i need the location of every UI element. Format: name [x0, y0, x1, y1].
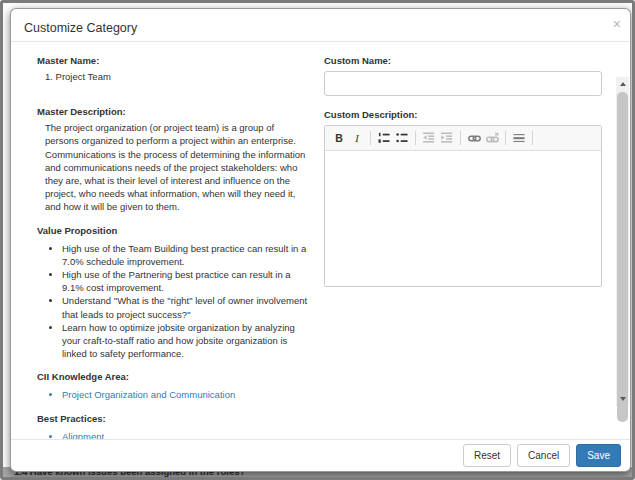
indent-icon	[441, 132, 453, 144]
unordered-list-button[interactable]	[393, 129, 411, 147]
close-icon[interactable]: ×	[613, 17, 621, 31]
scrollbar-thumb[interactable]	[617, 92, 628, 422]
outdent-icon	[423, 132, 435, 144]
link-button[interactable]	[465, 129, 483, 147]
ordered-list-button[interactable]	[375, 129, 393, 147]
list-item: Understand "What is the "right" level of…	[62, 294, 309, 320]
link-icon	[468, 132, 481, 145]
toolbar-separator	[415, 131, 416, 145]
scroll-up-arrow[interactable]	[616, 77, 629, 91]
cii-knowledge-area-label: CII Knowledge Area:	[37, 370, 309, 383]
unlink-button[interactable]	[483, 129, 501, 147]
scroll-down-arrow[interactable]	[616, 392, 629, 406]
custom-name-label: Custom Name:	[324, 54, 602, 67]
unordered-list-icon	[396, 132, 408, 144]
toolbar-separator	[460, 131, 461, 145]
reset-button[interactable]: Reset	[463, 444, 511, 467]
browser-frame: 1.4 Have known issues been assigned in t…	[0, 0, 635, 480]
master-name-value: 1. Project Team	[37, 70, 309, 83]
master-description-text: The project organization (or project tea…	[37, 121, 309, 213]
cancel-button[interactable]: Cancel	[517, 444, 570, 467]
toolbar-separator	[505, 131, 506, 145]
toolbar-separator	[532, 131, 533, 145]
best-practice-link-alignment[interactable]: Alignment	[62, 431, 104, 439]
save-button[interactable]: Save	[576, 444, 621, 467]
arrow-down-icon	[620, 397, 626, 401]
best-practices-list: Alignment Team Building	[37, 430, 309, 439]
unlink-icon	[486, 132, 499, 145]
value-proposition-list: High use of the Team Building best pract…	[37, 242, 309, 361]
knowledge-area-link[interactable]: Project Organization and Communication	[62, 389, 235, 400]
dialog-header: Customize Category ×	[11, 9, 630, 42]
italic-icon: I	[355, 133, 359, 144]
rich-text-editor: B I	[324, 125, 602, 287]
list-item: Learn how to optimize jobsite organizati…	[62, 321, 309, 361]
custom-description-label: Custom Description:	[324, 108, 602, 121]
list-item: High use of the Team Building best pract…	[62, 242, 309, 268]
custom-name-input[interactable]	[324, 71, 602, 96]
outdent-button[interactable]	[420, 129, 438, 147]
customize-category-dialog: Customize Category × Master Name: 1. Pro…	[10, 8, 631, 472]
master-info-panel: Master Name: 1. Project Team Master Desc…	[37, 54, 309, 439]
horizontal-rule-button[interactable]	[510, 129, 528, 147]
master-description-label: Master Description:	[37, 105, 309, 118]
custom-fields-panel: Custom Name: Custom Description: B I	[324, 54, 602, 439]
best-practices-label: Best Practices:	[37, 412, 309, 425]
dialog-footer: Reset Cancel Save	[11, 439, 630, 471]
vertical-scrollbar[interactable]	[616, 77, 629, 406]
indent-button[interactable]	[438, 129, 456, 147]
list-item: High use of the Partnering best practice…	[62, 268, 309, 294]
italic-button[interactable]: I	[348, 129, 366, 147]
toolbar-separator	[370, 131, 371, 145]
custom-description-editor[interactable]	[325, 151, 601, 286]
horizontal-rule-icon	[513, 132, 525, 144]
cii-knowledge-area-list: Project Organization and Communication	[37, 388, 309, 401]
dialog-title: Customize Category	[24, 21, 137, 35]
master-name-label: Master Name:	[37, 54, 309, 67]
list-item: Alignment	[62, 430, 309, 439]
editor-toolbar: B I	[325, 126, 601, 151]
arrow-up-icon	[620, 82, 626, 86]
ordered-list-icon	[378, 132, 390, 144]
list-item: Project Organization and Communication	[62, 388, 309, 401]
bold-button[interactable]: B	[330, 129, 348, 147]
dialog-body: Master Name: 1. Project Team Master Desc…	[11, 43, 630, 439]
bold-icon: B	[335, 132, 343, 144]
value-proposition-label: Value Proposition	[37, 224, 309, 237]
